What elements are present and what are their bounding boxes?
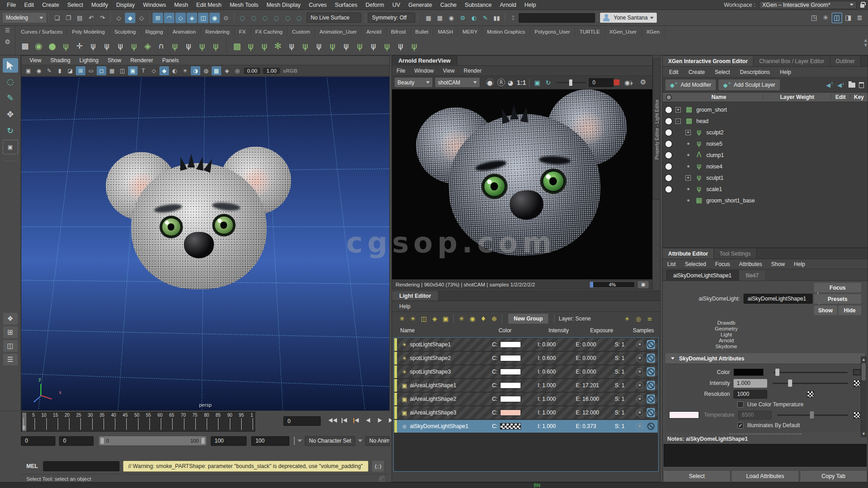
light-samples[interactable]: S: 1 <box>615 369 636 375</box>
light-row[interactable]: ☀ spotLightShape2 C: I: 0.600 E: 0.000 S… <box>394 352 658 365</box>
visibility-toggle[interactable] <box>665 129 672 136</box>
step-back-frame-button[interactable] <box>340 415 349 425</box>
light-row[interactable]: ▣ aiAreaLightShape2 C: I: 1.000 E: 16.00… <box>394 393 658 405</box>
light-exposure[interactable]: E: 16.000 <box>576 396 615 402</box>
texture-map-icon[interactable] <box>853 412 860 419</box>
range-end-handle[interactable] <box>201 437 205 444</box>
light-exposure[interactable]: E: 17.201 <box>576 382 615 389</box>
safe-action-icon[interactable]: ▣ <box>128 66 138 75</box>
solo-light-icon[interactable] <box>636 355 643 362</box>
menu-item[interactable]: UV <box>388 1 404 9</box>
expand-toggle[interactable]: - <box>675 118 681 124</box>
light-color-swatch[interactable] <box>500 423 521 429</box>
renderview-menu-item[interactable]: Window <box>414 68 439 74</box>
light-row[interactable]: ⊕ aiSkyDomeLightShape1 C: I: 1.000 E: 0.… <box>394 420 658 433</box>
progressive-slider[interactable] <box>556 82 586 83</box>
shadows-icon[interactable]: ◑ <box>191 66 200 75</box>
xgen-comb-icon[interactable]: ψ <box>127 39 141 53</box>
expand-toggle[interactable] <box>685 198 691 203</box>
solo-light-icon[interactable] <box>636 409 643 416</box>
mapped-connection-icon[interactable] <box>853 369 861 375</box>
shelf-tab[interactable]: Bifrost <box>387 28 411 36</box>
shelf-scroll-up-icon[interactable]: ▲ <box>864 39 867 42</box>
node-name-field[interactable]: aiSkyDomeLightShape1 <box>744 294 813 304</box>
menu-item[interactable]: Select <box>63 1 87 9</box>
output-connections-icon[interactable]: ◌ <box>248 13 259 23</box>
play-backwards-button[interactable] <box>363 415 372 425</box>
light-samples[interactable]: S: 1 <box>615 396 636 402</box>
splitter-handle[interactable] <box>729 434 802 434</box>
render-settings-icon[interactable]: ⚙ <box>457 13 468 23</box>
property-editor-vertical-tab[interactable]: Property Editor - Light Editor <box>653 59 660 200</box>
viewport-menu-item[interactable]: Renderer <box>126 57 158 64</box>
pause-viewport-icon[interactable]: ▮▮ <box>491 13 502 23</box>
light-color-swatch[interactable] <box>500 355 521 361</box>
viewport-menu-item[interactable]: Shading <box>46 57 75 64</box>
groom-smooth-icon[interactable]: ψ <box>353 39 367 53</box>
scroll-down-icon[interactable]: ▼ <box>861 431 866 437</box>
animation-end-field[interactable]: 100 <box>251 436 289 446</box>
light-intensity[interactable]: I: 0.600 <box>538 369 576 375</box>
attribute-editor-menu-item[interactable]: Attributes <box>739 261 771 267</box>
shelf-tab[interactable]: Sculpting <box>110 28 141 36</box>
select-button[interactable]: Select <box>663 470 730 482</box>
menu-item[interactable]: Mesh Display <box>263 1 305 9</box>
tab-tool-settings[interactable]: Tool Settings <box>714 248 757 259</box>
hide-button[interactable]: Hide <box>838 306 862 315</box>
tree-item[interactable]: + ψ sculpt1 <box>663 172 868 183</box>
aa-icon[interactable]: ▩ <box>212 66 221 75</box>
menu-item[interactable]: Edit <box>20 1 38 9</box>
resolution-field[interactable]: 1000 <box>734 390 767 399</box>
light-intensity[interactable]: I: 1.000 <box>538 423 576 429</box>
light-samples[interactable]: S: 1 <box>615 382 636 389</box>
spot-light-icon[interactable]: ☀ <box>407 314 418 324</box>
renderview-menu-item[interactable]: View <box>443 68 460 74</box>
shelf-tab[interactable]: Polygons_User <box>530 28 575 36</box>
ipr-render-icon[interactable]: ◉ <box>446 13 456 23</box>
load-attributes-button[interactable]: Load Attributes <box>731 470 799 482</box>
render-current-frame-icon[interactable]: ▦ <box>435 13 445 23</box>
viewport-menu-item[interactable]: View <box>25 57 46 64</box>
shelf-tab[interactable]: Bullet <box>411 28 433 36</box>
tree-item[interactable]: ψ scale1 <box>663 183 868 195</box>
menu-item[interactable]: Surfaces <box>331 1 361 9</box>
column-header-edit[interactable]: Edit <box>831 94 850 100</box>
column-header-color[interactable]: Color <box>499 327 549 334</box>
groom-brush-icon[interactable]: ψ <box>298 39 312 53</box>
visibility-toggle[interactable] <box>665 163 672 170</box>
highlight-options-icon[interactable]: ◌ <box>294 13 304 23</box>
xray-icon[interactable]: ◈ <box>222 66 232 75</box>
hierarchy-entry[interactable]: Skydome <box>676 344 776 350</box>
gate-mask-icon[interactable]: ▦ <box>107 66 117 75</box>
skydome-attributes-section[interactable]: SkyDomeLight Attributes <box>665 353 865 364</box>
temperature-field[interactable]: 6500 <box>738 411 772 419</box>
menu-item[interactable]: Cache <box>436 1 461 9</box>
character-controls-icon[interactable]: ✳ <box>820 13 831 23</box>
light-exposure[interactable]: E: 0.000 <box>576 369 615 375</box>
menu-item[interactable]: Help <box>521 1 541 9</box>
lights-icon[interactable]: ☀ <box>180 66 190 75</box>
light-intensity[interactable]: I: 1.000 <box>538 409 576 416</box>
light-intensity[interactable]: I: 1.000 <box>538 396 576 402</box>
light-intensity[interactable]: I: 0.800 <box>538 341 576 348</box>
light-samples[interactable]: S: 1 <box>615 341 636 348</box>
tree-item[interactable]: ψ noise5 <box>663 138 868 149</box>
mute-light-icon[interactable] <box>647 394 655 404</box>
focus-button[interactable]: Focus <box>814 283 861 292</box>
xgen-lock-icon[interactable]: ψ <box>114 39 127 53</box>
column-header-name[interactable]: Name <box>675 94 763 100</box>
playback-end-field[interactable]: 100 <box>211 436 247 446</box>
shelf-tab[interactable]: MERY <box>458 28 482 36</box>
tab-attribute-editor[interactable]: Attribute Editor <box>663 248 714 259</box>
tab-channel-box[interactable]: Channel Box / Layer Editor <box>754 56 830 66</box>
snap-point-icon[interactable]: ◇ <box>175 13 186 23</box>
time-ruler[interactable]: 051015202530354045505560657075808590951 … <box>21 412 255 432</box>
light-row[interactable]: ▣ aiAreaLightShape1 C: I: 1.000 E: 17.20… <box>394 379 658 392</box>
visibility-toggle[interactable] <box>665 186 672 192</box>
shelf-menu-icon[interactable]: ☰ <box>5 28 10 33</box>
color-swatch[interactable] <box>734 369 764 376</box>
shelf-tab[interactable]: Motion Graphics <box>482 28 530 36</box>
resize-grip[interactable] <box>379 476 385 482</box>
light-group-icon[interactable]: ▣ <box>440 314 451 324</box>
groom-noise-icon[interactable]: ψ <box>394 39 407 53</box>
